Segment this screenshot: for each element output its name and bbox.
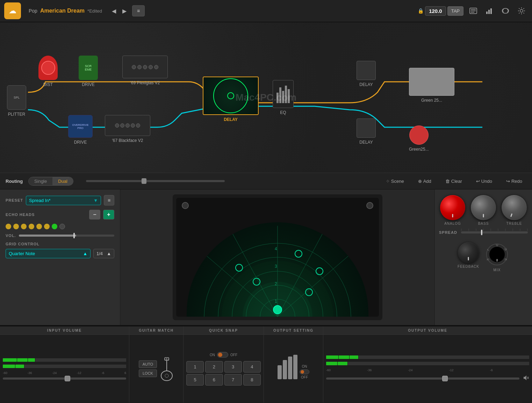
echo-dot-1[interactable] bbox=[6, 224, 11, 229]
mix-knob[interactable]: 50 40 10 90 bbox=[485, 242, 509, 267]
input-meter-scale: -60-36-24-12-66 bbox=[3, 371, 126, 375]
routing-slider-thumb[interactable] bbox=[142, 178, 146, 184]
routing-label: Routing bbox=[6, 179, 23, 184]
eq-bar-2 bbox=[283, 360, 287, 379]
routing-dual-button[interactable]: Dual bbox=[52, 177, 73, 185]
pedal-drive2-label: DRIVE bbox=[74, 140, 87, 145]
snap-button-2[interactable]: 2 bbox=[205, 361, 223, 373]
routing-single-button[interactable]: Single bbox=[29, 177, 52, 185]
redo-button[interactable]: ↪ Redo bbox=[502, 177, 526, 185]
output-fader-thumb[interactable] bbox=[442, 376, 448, 381]
echo-dot-8[interactable] bbox=[59, 224, 65, 229]
input-volume-meter: -60-36-24-12-66 bbox=[3, 358, 126, 380]
undo-button[interactable]: ↩ Undo bbox=[472, 177, 496, 185]
snap-button-1[interactable]: 1 bbox=[186, 361, 204, 373]
output-volume-title: OUTPUT VOLUME bbox=[323, 326, 532, 335]
spread-row: SPREAD | | | | | | | | | | bbox=[439, 230, 528, 235]
pedal-delay-center[interactable]: DELAY bbox=[203, 77, 259, 122]
pedal-delay-tr[interactable]: DELAY bbox=[357, 61, 376, 87]
lyrics-button[interactable] bbox=[467, 5, 480, 17]
spread-slider-thumb[interactable] bbox=[481, 230, 482, 235]
echo-dot-4[interactable] bbox=[29, 224, 34, 229]
echo-dot-7[interactable] bbox=[52, 224, 57, 229]
quick-snap-content: ON OFF 1 2 3 4 5 6 7 8 bbox=[184, 335, 264, 403]
svg-text:10: 10 bbox=[504, 258, 507, 261]
pedal-delay-br[interactable]: DELAY bbox=[357, 118, 376, 145]
pedal-blackface[interactable]: '67 Blackface V2 bbox=[105, 115, 150, 143]
output-volume-section: OUTPUT VOLUME bbox=[323, 326, 532, 403]
snap-button-6[interactable]: 6 bbox=[205, 374, 223, 386]
snap-toggle-switch[interactable] bbox=[217, 352, 228, 358]
svg-point-7 bbox=[520, 9, 523, 12]
snap-button-4[interactable]: 4 bbox=[243, 361, 261, 373]
snap-button-3[interactable]: 3 bbox=[224, 361, 242, 373]
add-button[interactable]: ⊕ Add bbox=[414, 177, 436, 185]
snap-button-5[interactable]: 5 bbox=[186, 374, 204, 386]
preset-context-menu-button[interactable]: ≡ bbox=[104, 195, 114, 206]
echo-dot-3[interactable] bbox=[21, 224, 27, 229]
vol-slider[interactable] bbox=[19, 235, 114, 237]
treble-knob-group: TREBLE bbox=[502, 195, 527, 225]
next-preset-button[interactable]: ▶ bbox=[120, 6, 129, 16]
grid-fraction-dropdown[interactable]: 1/4 ▲ bbox=[93, 249, 114, 258]
pedal-dist[interactable]: DIST bbox=[38, 56, 58, 87]
echo-heads-label: ECHO HEADS bbox=[6, 213, 86, 217]
plugin-area: PRESET Spread In* ▼ ≡ ECHO HEADS − + VO bbox=[0, 189, 532, 326]
svg-point-18 bbox=[316, 268, 323, 275]
pedal-green-br-label: Green25... bbox=[409, 147, 429, 152]
input-fader-track[interactable] bbox=[3, 377, 126, 380]
prev-preset-button[interactable]: ◀ bbox=[110, 6, 118, 16]
gm-lock-button[interactable]: LOCK bbox=[139, 369, 157, 377]
bass-knob[interactable] bbox=[471, 195, 496, 220]
app-logo: ☁ bbox=[4, 2, 21, 19]
pedal-drive2[interactable]: OVERDRIVEPRO DRIVE bbox=[68, 115, 93, 145]
preset-menu-button[interactable]: ≡ bbox=[132, 5, 145, 16]
echo-dot-5[interactable] bbox=[36, 224, 42, 229]
loop-button[interactable] bbox=[499, 5, 512, 17]
feedback-knob[interactable] bbox=[458, 242, 479, 263]
output-on-label: ON bbox=[302, 365, 307, 368]
tap-button[interactable]: TAP bbox=[447, 6, 463, 16]
scene-button[interactable]: ⁘ Scene bbox=[382, 177, 408, 185]
treble-knob[interactable] bbox=[498, 192, 530, 224]
input-volume-content: -60-36-24-12-66 bbox=[0, 335, 129, 403]
analog-knob[interactable] bbox=[440, 195, 465, 220]
pedal-green-tr[interactable]: Green 25... bbox=[409, 68, 454, 103]
pedal-green-br[interactable]: Green25... bbox=[409, 125, 429, 152]
pedal-drive1[interactable]: SCREME DRIVE bbox=[79, 56, 98, 87]
pedal-plexiglas[interactable]: '69 Plexiglas V2 bbox=[122, 56, 168, 85]
clear-button[interactable]: 🗑 Clear bbox=[441, 177, 466, 185]
echo-heads-plus-button[interactable]: + bbox=[103, 210, 114, 220]
pedal-delay-tr-label: DELAY bbox=[359, 82, 373, 87]
gm-auto-button[interactable]: AUTO bbox=[139, 360, 157, 368]
analog-label: ANALOG bbox=[444, 222, 461, 225]
chart-button[interactable] bbox=[483, 5, 496, 17]
echo-heads-minus-button[interactable]: − bbox=[89, 210, 100, 220]
settings-button[interactable] bbox=[515, 5, 528, 17]
pedal-delay-label: DELAY bbox=[224, 117, 238, 122]
output-fader-track[interactable] bbox=[326, 377, 519, 380]
pedal-eq[interactable]: EQ bbox=[273, 80, 294, 115]
guitar-icon bbox=[160, 357, 174, 381]
pedal-splitter[interactable]: SPL PLITTER bbox=[7, 85, 26, 117]
grid-note-dropdown[interactable]: Quarter Note ▲ bbox=[6, 249, 91, 258]
snap-button-8[interactable]: 8 bbox=[243, 374, 261, 386]
svg-rect-4 bbox=[486, 12, 488, 14]
bpm-section: 🔒 120.0 TAP bbox=[418, 6, 463, 16]
output-setting-section: OUTPUT SETTING ON OFF bbox=[264, 326, 323, 403]
preset-dropdown[interactable]: Spread In* ▼ bbox=[26, 196, 101, 205]
mute-button[interactable] bbox=[523, 375, 529, 382]
input-fader-thumb[interactable] bbox=[65, 376, 70, 381]
spread-slider[interactable]: | | | | | | | | | | bbox=[461, 231, 528, 233]
undo-icon: ↩ bbox=[476, 179, 480, 184]
echo-dot-2[interactable] bbox=[13, 224, 19, 229]
pedal-blackface-label: '67 Blackface V2 bbox=[112, 138, 143, 143]
output-meter-scale: -60-36-24-12-6 bbox=[326, 368, 529, 372]
bpm-display[interactable]: 120.0 bbox=[425, 6, 446, 16]
svg-point-37 bbox=[161, 371, 172, 381]
add-icon: ⊕ bbox=[418, 179, 422, 184]
echo-dot-6[interactable] bbox=[44, 224, 50, 229]
output-toggle-switch[interactable] bbox=[300, 369, 309, 374]
snap-button-7[interactable]: 7 bbox=[224, 374, 242, 386]
bpm-lock-icon: 🔒 bbox=[418, 8, 424, 14]
